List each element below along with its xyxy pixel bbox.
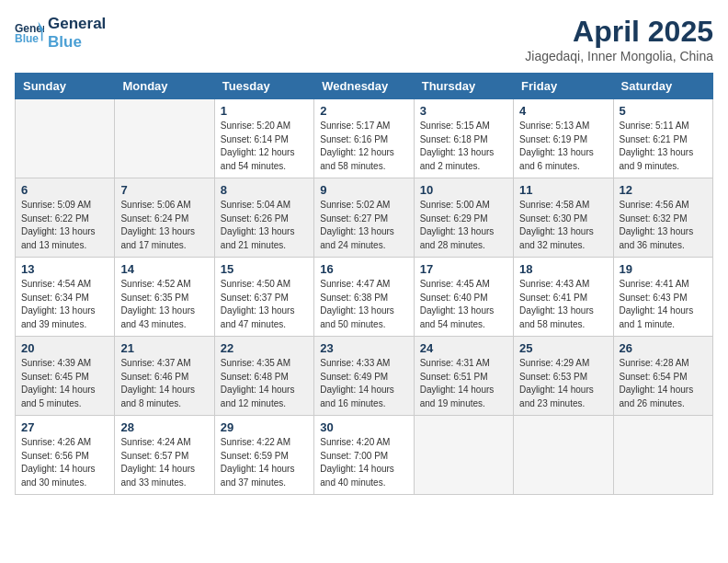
day-number: 5 [620,104,707,118]
weekday-header: Thursday [414,74,513,99]
calendar-cell [115,99,214,178]
weekday-header: Friday [514,74,613,99]
weekday-header: Tuesday [214,74,313,99]
calendar-cell: 6Sunrise: 5:09 AM Sunset: 6:22 PM Daylig… [16,178,115,258]
day-info: Sunrise: 4:58 AM Sunset: 6:30 PM Dayligh… [519,199,607,252]
calendar-cell: 25Sunrise: 4:29 AM Sunset: 6:53 PM Dayli… [514,337,613,416]
day-number: 2 [320,104,407,118]
calendar-cell: 19Sunrise: 4:41 AM Sunset: 6:43 PM Dayli… [613,258,712,337]
day-number: 26 [620,341,707,355]
calendar-week-row: 20Sunrise: 4:39 AM Sunset: 6:45 PM Dayli… [16,337,713,416]
day-info: Sunrise: 4:20 AM Sunset: 7:00 PM Dayligh… [320,436,407,489]
calendar-cell: 2Sunrise: 5:17 AM Sunset: 6:16 PM Daylig… [314,99,414,178]
calendar-cell [613,416,712,495]
day-info: Sunrise: 4:22 AM Sunset: 6:59 PM Dayligh… [221,436,308,489]
day-number: 29 [221,420,308,434]
day-info: Sunrise: 4:43 AM Sunset: 6:41 PM Dayligh… [519,278,607,331]
calendar-cell: 5Sunrise: 5:11 AM Sunset: 6:21 PM Daylig… [613,99,712,178]
day-info: Sunrise: 5:11 AM Sunset: 6:21 PM Dayligh… [620,120,707,173]
calendar-cell: 10Sunrise: 5:00 AM Sunset: 6:29 PM Dayli… [414,178,513,258]
calendar-cell: 29Sunrise: 4:22 AM Sunset: 6:59 PM Dayli… [214,416,313,495]
location-title: Jiagedaqi, Inner Mongolia, China [525,49,713,63]
day-info: Sunrise: 5:20 AM Sunset: 6:14 PM Dayligh… [221,120,308,173]
page-header: General Blue General Blue April 2025 Jia… [15,15,713,63]
calendar-cell: 26Sunrise: 4:28 AM Sunset: 6:54 PM Dayli… [613,337,712,416]
calendar-cell: 27Sunrise: 4:26 AM Sunset: 6:56 PM Dayli… [16,416,115,495]
day-number: 8 [221,183,308,197]
day-number: 28 [120,420,208,434]
calendar-cell: 30Sunrise: 4:20 AM Sunset: 7:00 PM Dayli… [314,416,414,495]
day-number: 3 [420,104,507,118]
logo-icon: General Blue [15,20,44,46]
weekday-header: Wednesday [314,74,414,99]
calendar-cell: 12Sunrise: 4:56 AM Sunset: 6:32 PM Dayli… [613,178,712,258]
calendar-header-row: SundayMondayTuesdayWednesdayThursdayFrid… [16,74,713,99]
calendar-cell: 28Sunrise: 4:24 AM Sunset: 6:57 PM Dayli… [115,416,214,495]
day-number: 24 [420,341,507,355]
calendar-week-row: 13Sunrise: 4:54 AM Sunset: 6:34 PM Dayli… [16,258,713,337]
weekday-header: Saturday [613,74,712,99]
day-number: 14 [120,262,208,276]
calendar-cell: 13Sunrise: 4:54 AM Sunset: 6:34 PM Dayli… [16,258,115,337]
calendar-cell: 22Sunrise: 4:35 AM Sunset: 6:48 PM Dayli… [214,337,313,416]
day-number: 30 [320,420,407,434]
day-info: Sunrise: 5:17 AM Sunset: 6:16 PM Dayligh… [320,120,407,173]
calendar-cell: 7Sunrise: 5:06 AM Sunset: 6:24 PM Daylig… [115,178,214,258]
day-info: Sunrise: 4:33 AM Sunset: 6:49 PM Dayligh… [320,357,407,410]
calendar-cell [16,99,115,178]
day-number: 6 [21,183,108,197]
day-info: Sunrise: 5:00 AM Sunset: 6:29 PM Dayligh… [420,199,507,252]
month-title: April 2025 [525,15,713,49]
calendar-cell: 8Sunrise: 5:04 AM Sunset: 6:26 PM Daylig… [214,178,313,258]
day-number: 9 [320,183,407,197]
day-info: Sunrise: 4:28 AM Sunset: 6:54 PM Dayligh… [620,357,707,410]
day-info: Sunrise: 5:02 AM Sunset: 6:27 PM Dayligh… [320,199,407,252]
day-number: 4 [519,104,607,118]
calendar-cell: 4Sunrise: 5:13 AM Sunset: 6:19 PM Daylig… [514,99,613,178]
calendar-cell: 14Sunrise: 4:52 AM Sunset: 6:35 PM Dayli… [115,258,214,337]
day-info: Sunrise: 4:26 AM Sunset: 6:56 PM Dayligh… [21,436,108,489]
logo-blue: Blue [48,33,106,52]
day-info: Sunrise: 5:15 AM Sunset: 6:18 PM Dayligh… [420,120,507,173]
day-info: Sunrise: 5:06 AM Sunset: 6:24 PM Dayligh… [120,199,208,252]
day-number: 20 [21,341,108,355]
day-number: 13 [21,262,108,276]
day-number: 10 [420,183,507,197]
day-number: 7 [120,183,208,197]
day-info: Sunrise: 4:29 AM Sunset: 6:53 PM Dayligh… [519,357,607,410]
calendar-week-row: 6Sunrise: 5:09 AM Sunset: 6:22 PM Daylig… [16,178,713,258]
logo: General Blue General Blue [15,15,106,52]
svg-text:Blue: Blue [15,32,39,45]
day-info: Sunrise: 4:31 AM Sunset: 6:51 PM Dayligh… [420,357,507,410]
calendar-cell [514,416,613,495]
title-area: April 2025 Jiagedaqi, Inner Mongolia, Ch… [525,15,713,63]
day-number: 22 [221,341,308,355]
weekday-header: Sunday [16,74,115,99]
day-info: Sunrise: 4:47 AM Sunset: 6:38 PM Dayligh… [320,278,407,331]
calendar-cell: 17Sunrise: 4:45 AM Sunset: 6:40 PM Dayli… [414,258,513,337]
day-info: Sunrise: 4:37 AM Sunset: 6:46 PM Dayligh… [120,357,208,410]
day-number: 16 [320,262,407,276]
day-number: 15 [221,262,308,276]
calendar-cell: 15Sunrise: 4:50 AM Sunset: 6:37 PM Dayli… [214,258,313,337]
calendar-cell: 23Sunrise: 4:33 AM Sunset: 6:49 PM Dayli… [314,337,414,416]
day-info: Sunrise: 4:41 AM Sunset: 6:43 PM Dayligh… [620,278,707,331]
day-info: Sunrise: 4:24 AM Sunset: 6:57 PM Dayligh… [120,436,208,489]
day-number: 18 [519,262,607,276]
day-number: 27 [21,420,108,434]
day-info: Sunrise: 4:35 AM Sunset: 6:48 PM Dayligh… [221,357,308,410]
calendar-cell: 21Sunrise: 4:37 AM Sunset: 6:46 PM Dayli… [115,337,214,416]
calendar-table: SundayMondayTuesdayWednesdayThursdayFrid… [15,73,713,495]
day-number: 11 [519,183,607,197]
weekday-header: Monday [115,74,214,99]
calendar-cell: 18Sunrise: 4:43 AM Sunset: 6:41 PM Dayli… [514,258,613,337]
day-info: Sunrise: 4:39 AM Sunset: 6:45 PM Dayligh… [21,357,108,410]
day-number: 25 [519,341,607,355]
calendar-cell [414,416,513,495]
calendar-cell: 16Sunrise: 4:47 AM Sunset: 6:38 PM Dayli… [314,258,414,337]
day-info: Sunrise: 4:54 AM Sunset: 6:34 PM Dayligh… [21,278,108,331]
day-number: 21 [120,341,208,355]
calendar-cell: 24Sunrise: 4:31 AM Sunset: 6:51 PM Dayli… [414,337,513,416]
calendar-cell: 11Sunrise: 4:58 AM Sunset: 6:30 PM Dayli… [514,178,613,258]
day-info: Sunrise: 5:13 AM Sunset: 6:19 PM Dayligh… [519,120,607,173]
